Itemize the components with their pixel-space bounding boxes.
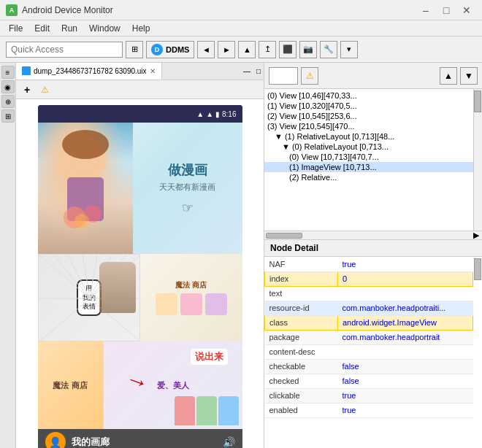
app-subtitle: 天天都有新漫画 xyxy=(159,182,215,193)
gallery-bar[interactable]: 👤 我的画廊 🔊 xyxy=(38,429,242,448)
minimize-panel-button[interactable]: — xyxy=(240,63,253,80)
tree-item[interactable]: ▼ (0) RelativeLayout [0,713... xyxy=(264,142,473,152)
char-1 xyxy=(175,396,195,425)
top-panel: 做漫画 天天都有新漫画 ☞ xyxy=(38,123,242,254)
wifi-icon: ▲ xyxy=(196,110,204,118)
detail-key: checked xyxy=(265,374,338,388)
gallery-right: 爱、美人 说出来 → xyxy=(104,341,242,429)
tab-filename: dump_23448673716782 63090.uix xyxy=(34,67,147,75)
right-feature-panel: 魔法 商店 xyxy=(140,254,242,341)
menu-bar: File Edit Run Window Help xyxy=(0,20,482,36)
down-button[interactable]: ▼ xyxy=(460,67,478,85)
detail-value: com.manboker.headportrait xyxy=(338,330,473,344)
menu-help[interactable]: Help xyxy=(126,22,156,35)
app-icon: A xyxy=(6,4,18,16)
toolbar-dropdown[interactable]: ▾ xyxy=(340,41,358,58)
toolbar-btn-6[interactable]: 📷 xyxy=(299,41,317,58)
side-icon-1[interactable]: ≡ xyxy=(1,66,15,79)
ddms-button[interactable]: D DDMS xyxy=(146,41,194,58)
detail-scrollbar-thumb[interactable] xyxy=(474,258,481,280)
detail-key: text xyxy=(265,286,338,301)
tree-scrollbar[interactable] xyxy=(473,89,482,231)
toolbar-btn-5[interactable]: ⬛ xyxy=(279,41,297,58)
menu-window[interactable]: Window xyxy=(83,22,126,35)
menu-file[interactable]: File xyxy=(3,22,28,35)
svg-line-6 xyxy=(39,255,90,298)
tree-scrollbar-thumb[interactable] xyxy=(474,90,481,112)
svg-point-5 xyxy=(74,214,89,228)
close-button[interactable]: ✕ xyxy=(457,3,476,18)
search-input[interactable] xyxy=(6,42,123,58)
maximize-panel-button[interactable]: □ xyxy=(253,63,264,80)
app-title: 做漫画 xyxy=(168,161,207,179)
tab-close-button[interactable]: ✕ xyxy=(150,67,156,75)
bottom-panel: 魔法 商店 爱、美人 说出来 → xyxy=(38,341,242,429)
tree-item[interactable]: (2) View [10,545][253,6... xyxy=(264,111,473,121)
detail-key: class xyxy=(265,315,338,330)
maximize-button[interactable]: □ xyxy=(437,3,456,18)
volume-icon[interactable]: 🔊 xyxy=(223,436,235,448)
tree-hscrollbar-thumb[interactable] xyxy=(266,233,302,239)
side-icon-2[interactable]: ◉ xyxy=(1,80,15,93)
detail-content: NAF true index 0 text xyxy=(264,257,482,418)
tree-item[interactable]: (0) View [10,713][470,7... xyxy=(264,152,473,162)
char-3 xyxy=(218,396,239,425)
detail-scroll[interactable]: NAF true index 0 text xyxy=(264,257,473,418)
minimize-button[interactable]: – xyxy=(416,3,435,18)
detail-value: false xyxy=(338,359,473,374)
tree-container: (0) View [10,46][470,33... (1) View [10,… xyxy=(264,89,482,231)
side-icon-3[interactable]: ⊕ xyxy=(1,95,15,108)
up-button[interactable]: ▲ xyxy=(440,67,457,85)
manga-text-area: 做漫画 天天都有新漫画 ☞ xyxy=(133,123,242,254)
tree-view[interactable]: (0) View [10,46][470,33... (1) View [10,… xyxy=(264,89,473,231)
detail-value xyxy=(338,344,473,359)
capture-button[interactable]: ⊞ xyxy=(126,41,143,58)
char-2 xyxy=(196,396,217,425)
say-text: 说出来 xyxy=(191,349,228,365)
arrow-indicator: → xyxy=(122,366,152,395)
toolbar-btn-1[interactable]: ◄ xyxy=(197,41,215,58)
svg-line-16 xyxy=(39,298,90,341)
feature-icons xyxy=(156,293,227,315)
toolbar-btn-7[interactable]: 🔧 xyxy=(320,41,337,58)
detail-row-resource: resource-id com.manboker.headpotraiti... xyxy=(265,301,473,315)
tree-item[interactable]: ▼ (1) RelativeLayout [0,713][48... xyxy=(264,131,473,142)
detail-table: NAF true index 0 text xyxy=(264,257,473,418)
detail-key: resource-id xyxy=(265,301,338,315)
feature-3 xyxy=(205,293,227,315)
left-panel-toolbar: + ⚠ xyxy=(16,80,264,99)
tab-strip: dump_23448673716782 63090.uix ✕ — □ xyxy=(16,63,264,80)
toolbar-btn-2[interactable]: ► xyxy=(218,41,235,58)
detail-key: clickable xyxy=(265,388,338,403)
tree-item[interactable]: (1) View [10,320][470,5... xyxy=(264,101,473,111)
tree-item-selected[interactable]: (1) ImageView [10,713... xyxy=(264,162,473,172)
color-selector[interactable] xyxy=(269,67,298,85)
toolbar-btn-3[interactable]: ▲ xyxy=(238,41,256,58)
menu-run[interactable]: Run xyxy=(56,22,83,35)
feature-1 xyxy=(156,293,177,315)
character-group xyxy=(175,396,239,425)
tree-hscrollbar[interactable]: ▶ xyxy=(264,231,482,240)
app-content: 做漫画 天天都有新漫画 ☞ xyxy=(38,123,242,448)
tree-item[interactable]: (2) Relative... xyxy=(264,172,473,182)
side-icon-4[interactable]: ⊞ xyxy=(1,109,15,123)
warning-rt-button[interactable]: ⚠ xyxy=(301,67,318,85)
expand-all-button[interactable]: + xyxy=(19,82,35,97)
menu-edit[interactable]: Edit xyxy=(28,22,56,35)
detail-row-index: index 0 xyxy=(265,271,473,286)
tree-item[interactable]: (3) View [210,545][470... xyxy=(264,121,473,131)
tree-item[interactable]: (0) View [10,46][470,33... xyxy=(264,90,473,101)
status-bar: ▲ ▲ ▮ 8:16 xyxy=(38,105,242,123)
tree-expand-right[interactable]: ▶ xyxy=(472,231,481,240)
file-tab[interactable]: dump_23448673716782 63090.uix ✕ xyxy=(16,63,162,80)
battery-icon: ▮ xyxy=(215,110,220,118)
left-panel: dump_23448673716782 63090.uix ✕ — □ + ⚠ … xyxy=(16,63,264,448)
middle-panel: 用 我的 表情 魔法 商店 xyxy=(38,254,242,341)
detail-row-package: package com.manboker.headportrait xyxy=(265,330,473,344)
toolbar-btn-4[interactable]: ↥ xyxy=(259,41,276,58)
window-title: Android Device Monitor xyxy=(22,5,416,15)
gallery-label: 我的画廊 xyxy=(72,436,110,448)
character-icon xyxy=(99,262,136,313)
warning-button[interactable]: ⚠ xyxy=(37,82,53,97)
detail-row-clickable: clickable true xyxy=(265,388,473,403)
